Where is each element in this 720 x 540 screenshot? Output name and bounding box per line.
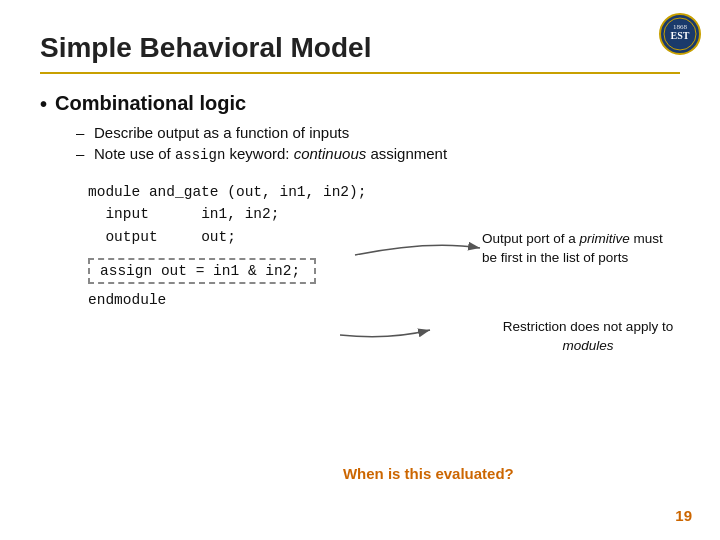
svg-text:EST: EST <box>671 30 690 41</box>
assign-keyword-inline: assign <box>175 147 225 163</box>
sub-bullet-2-text: Note use of assign keyword: continuous a… <box>94 145 447 163</box>
title-underline <box>40 72 680 74</box>
endmodule-line: endmodule <box>88 292 680 308</box>
sub-bullet-1: – Describe output as a function of input… <box>76 124 680 141</box>
modules-italic: modules <box>562 338 613 353</box>
svg-text:1868: 1868 <box>673 23 688 31</box>
when-evaluated-text: When is this evaluated? <box>343 465 514 482</box>
annotation-restriction: Restriction does not apply tomodules <box>488 318 688 356</box>
sub-bullet-1-text: Describe output as a function of inputs <box>94 124 349 141</box>
main-bullet-text: Combinational logic <box>55 92 246 115</box>
logo: EST 1868 <box>658 12 702 56</box>
dash-1: – <box>76 124 88 141</box>
bullet-dot: • <box>40 93 47 116</box>
primitive-italic: primitive <box>580 231 630 246</box>
sub-bullet-2: – Note use of assign keyword: continuous… <box>76 145 680 163</box>
assign-box: assign out = in1 & in2; <box>88 258 316 284</box>
sub-bullets: – Describe output as a function of input… <box>76 124 680 163</box>
dash-2: – <box>76 145 88 162</box>
slide-title: Simple Behavioral Model <box>40 32 680 64</box>
main-bullet: • Combinational logic <box>40 92 680 116</box>
slide-container: EST 1868 Simple Behavioral Model • Combi… <box>0 0 720 540</box>
continuous-italic: continuous <box>294 145 367 162</box>
slide-number: 19 <box>675 507 692 524</box>
annotation-output-port: Output port of a primitive mustbe first … <box>482 230 682 268</box>
code-line-2: input in1, in2; <box>88 203 680 225</box>
code-line-1: module and_gate (out, in1, in2); <box>88 181 680 203</box>
